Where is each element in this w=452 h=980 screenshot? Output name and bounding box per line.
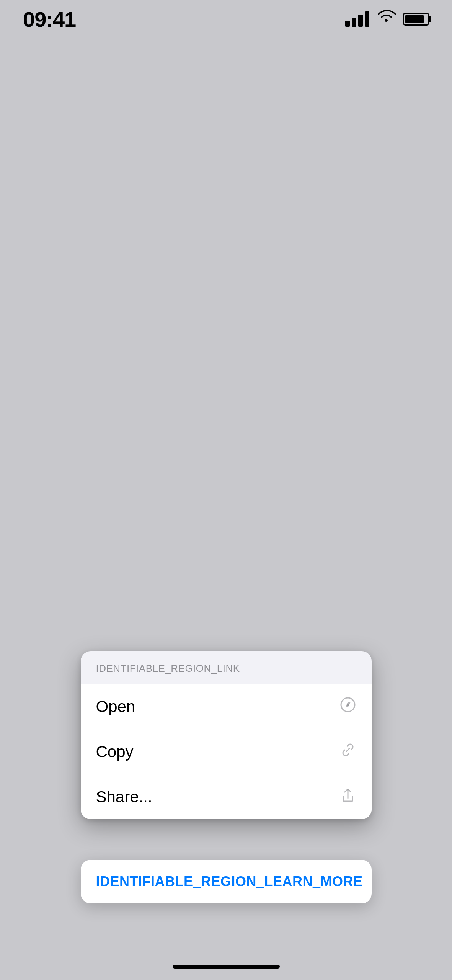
share-icon	[339, 787, 356, 807]
signal-bar-2	[352, 18, 356, 27]
learn-more-container: IDENTIFIABLE_REGION_LEARN_MORE	[81, 860, 372, 903]
learn-more-button[interactable]: IDENTIFIABLE_REGION_LEARN_MORE	[81, 860, 372, 903]
battery-fill	[405, 15, 424, 23]
context-menu-header: IDENTIFIABLE_REGION_LINK	[81, 651, 372, 684]
home-indicator	[173, 965, 280, 969]
signal-bars-icon	[345, 11, 369, 27]
signal-bar-1	[345, 21, 350, 27]
context-menu-url: IDENTIFIABLE_REGION_LINK	[96, 663, 240, 674]
context-menu-copy-item[interactable]: Copy	[81, 729, 372, 774]
compass-icon	[339, 696, 356, 717]
context-menu-container: IDENTIFIABLE_REGION_LINK Open Copy	[81, 651, 372, 819]
status-bar: 09:41	[0, 0, 452, 38]
status-time: 09:41	[23, 7, 76, 32]
learn-more-label: IDENTIFIABLE_REGION_LEARN_MORE	[96, 874, 363, 889]
svg-point-1	[347, 704, 349, 706]
context-menu-share-item[interactable]: Share...	[81, 774, 372, 819]
context-menu-open-item[interactable]: Open	[81, 684, 372, 729]
copy-label: Copy	[96, 743, 134, 761]
share-label: Share...	[96, 788, 152, 806]
signal-bar-3	[358, 15, 363, 27]
link-icon	[339, 742, 356, 762]
signal-bar-4	[365, 11, 369, 27]
open-label: Open	[96, 697, 135, 716]
status-icons	[345, 10, 429, 29]
battery-icon	[403, 13, 429, 26]
wifi-icon	[376, 10, 396, 29]
context-menu: IDENTIFIABLE_REGION_LINK Open Copy	[81, 651, 372, 819]
